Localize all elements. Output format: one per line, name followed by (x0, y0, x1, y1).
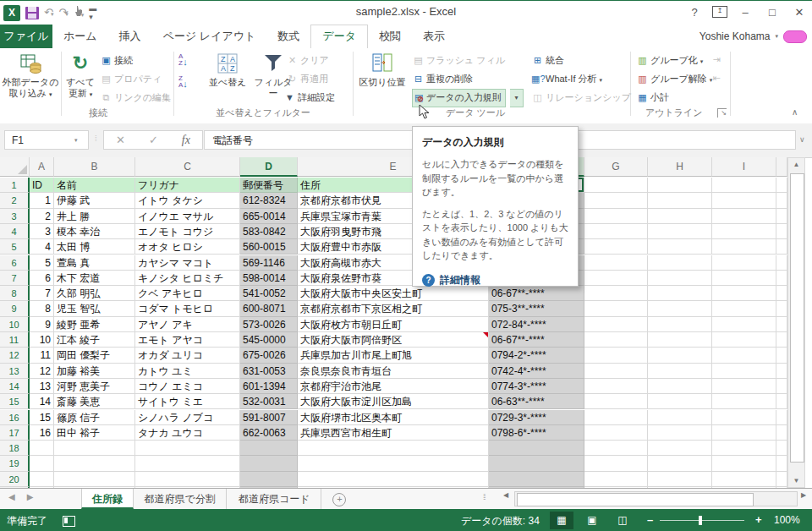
enter-icon[interactable]: ✓ (149, 134, 158, 146)
row-header-17[interactable]: 17 (0, 425, 30, 441)
cell-C12[interactable]: オカダ ユリコ (135, 348, 240, 363)
cell-C17[interactable]: タナカ ユウコ (135, 425, 240, 441)
cell-J9[interactable] (776, 301, 787, 316)
cell-D12[interactable]: 675-0026 (240, 348, 298, 363)
cell-J4[interactable] (776, 224, 787, 239)
zoom-level[interactable]: 100% (774, 514, 800, 526)
cell-I16[interactable] (712, 410, 776, 425)
minimize-button[interactable]: – (736, 6, 754, 19)
cell-I1[interactable] (712, 178, 776, 193)
name-box-dropdown-icon[interactable]: ▾ (74, 131, 78, 149)
sort-za-button[interactable]: ZA↓ (178, 75, 199, 92)
cell-G20[interactable] (584, 472, 648, 487)
cell-J19[interactable] (776, 456, 787, 471)
vertical-scroll-thumb[interactable] (790, 173, 804, 463)
expand-formula-bar-icon[interactable]: ∨ (799, 135, 805, 144)
cell-C18[interactable] (135, 441, 240, 456)
cell-C6[interactable]: カヤシマ マコト (135, 255, 240, 271)
cell-B11[interactable]: 江本 綾子 (54, 332, 135, 348)
cell-I18[interactable] (712, 441, 776, 456)
cell-B19[interactable] (54, 456, 135, 471)
row-header-16[interactable]: 16 (0, 410, 30, 425)
row-header-11[interactable]: 11 (0, 332, 30, 348)
consolidate-button[interactable]: ⊞統合 (531, 52, 564, 68)
cell-J5[interactable] (776, 239, 787, 255)
column-header-C[interactable]: C (135, 157, 240, 177)
tab-挿入[interactable]: 挿入 (108, 25, 152, 48)
cell-C1[interactable]: フリガナ (135, 178, 240, 193)
cell-H1[interactable] (648, 178, 712, 193)
sheet-tab-都道府県で分割[interactable]: 都道府県で分割 (134, 489, 227, 509)
cell-C9[interactable]: コダマ トモヒロ (135, 301, 240, 316)
cell-A15[interactable]: 14 (30, 394, 54, 409)
tooltip-help-link[interactable]: 詳細情報 (440, 273, 480, 287)
row-header-18[interactable]: 18 (0, 441, 30, 456)
cell-G1[interactable] (584, 178, 648, 193)
cell-H5[interactable] (648, 239, 712, 255)
cell-J18[interactable] (776, 441, 787, 456)
cell-H8[interactable] (648, 286, 712, 301)
cell-E18[interactable] (298, 441, 489, 456)
text-to-columns-button[interactable]: 区切り位置 (356, 50, 409, 88)
cell-B2[interactable]: 伊藤 武 (54, 193, 135, 208)
cell-C19[interactable] (135, 456, 240, 471)
cell-I20[interactable] (712, 472, 776, 487)
cell-A9[interactable]: 8 (30, 301, 54, 316)
cell-G10[interactable] (584, 317, 648, 332)
cell-G2[interactable] (584, 193, 648, 208)
cell-H2[interactable] (648, 193, 712, 208)
cell-J2[interactable] (776, 193, 787, 208)
close-button[interactable]: ✕ (790, 6, 809, 19)
macro-record-icon[interactable] (63, 516, 75, 527)
insert-function-icon[interactable]: fx (182, 134, 190, 147)
cell-G7[interactable] (584, 271, 648, 286)
cell-G18[interactable] (584, 441, 648, 456)
cell-D18[interactable] (240, 441, 298, 456)
row-header-12[interactable]: 12 (0, 348, 30, 363)
cell-A5[interactable]: 4 (30, 239, 54, 255)
cell-F8[interactable]: 06-67**-**** (489, 286, 584, 301)
cell-C2[interactable]: イトウ タケシ (135, 193, 240, 208)
cell-F19[interactable] (489, 456, 584, 471)
cell-B10[interactable]: 綾野 亜希 (54, 317, 135, 332)
cell-H10[interactable] (648, 317, 712, 332)
cell-C10[interactable]: アヤノ アキ (135, 317, 240, 332)
cell-J1[interactable] (776, 178, 787, 193)
cell-E19[interactable] (298, 456, 489, 471)
cell-A14[interactable]: 13 (30, 379, 54, 394)
cell-B16[interactable]: 篠原 信子 (54, 410, 135, 425)
row-header-3[interactable]: 3 (0, 209, 30, 224)
cell-D15[interactable]: 532-0031 (240, 394, 298, 409)
cell-C14[interactable]: コウノ エミコ (135, 379, 240, 394)
cell-G6[interactable] (584, 255, 648, 271)
cell-J11[interactable] (776, 332, 787, 348)
cell-C13[interactable]: カトウ ユミ (135, 364, 240, 379)
sort-az-button[interactable]: AZ↓ (178, 53, 199, 70)
cell-I11[interactable] (712, 332, 776, 348)
zoom-out-button[interactable]: – (647, 513, 653, 526)
help-button[interactable]: ? (685, 6, 704, 19)
cell-B1[interactable]: 名前 (54, 178, 135, 193)
remove-duplicates-button[interactable]: ⊟重複の削除 (412, 70, 473, 87)
cell-G15[interactable] (584, 394, 648, 409)
cell-H16[interactable] (648, 410, 712, 425)
cell-J7[interactable] (776, 271, 787, 286)
scroll-up-icon[interactable]: ▲ (788, 161, 804, 168)
cell-I17[interactable] (712, 425, 776, 441)
cell-A10[interactable]: 9 (30, 317, 54, 332)
cell-H20[interactable] (648, 472, 712, 487)
tab-数式[interactable]: 数式 (266, 25, 310, 48)
cell-I7[interactable] (712, 271, 776, 286)
connections-button[interactable]: ▣接続 (100, 52, 133, 68)
cell-C16[interactable]: シノハラ ノブコ (135, 410, 240, 425)
row-header-9[interactable]: 9 (0, 301, 30, 316)
cell-F18[interactable] (489, 441, 584, 456)
cell-D7[interactable]: 598-0014 (240, 271, 298, 286)
cell-E20[interactable] (298, 472, 489, 487)
cell-G11[interactable] (584, 332, 648, 348)
cell-C15[interactable]: サイトウ ミエ (135, 394, 240, 409)
cell-D17[interactable]: 662-0063 (240, 425, 298, 441)
scroll-left-icon[interactable]: ◀ (503, 491, 508, 499)
cell-G17[interactable] (584, 425, 648, 441)
cell-B17[interactable]: 田中 裕子 (54, 425, 135, 441)
